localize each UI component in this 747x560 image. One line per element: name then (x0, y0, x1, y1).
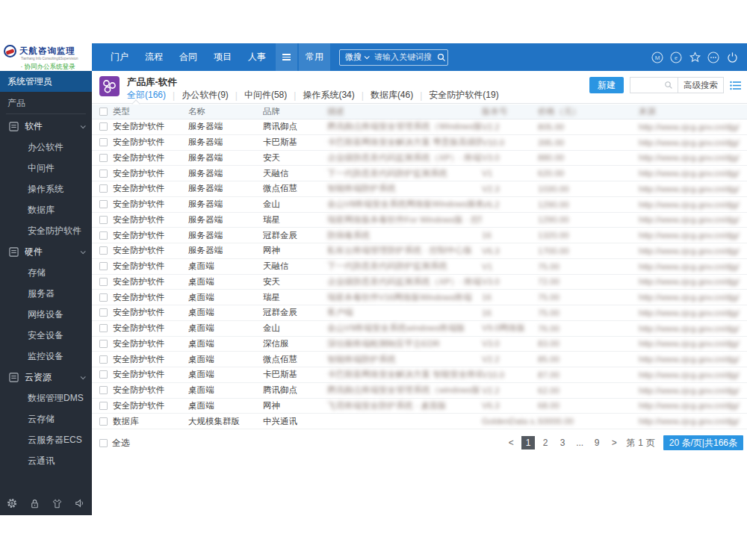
row-checkbox[interactable] (99, 154, 108, 162)
search-input[interactable]: 请输入关键词搜 (371, 52, 436, 63)
table-row[interactable]: 安全防护软件服务器端瑞星瑞星网络版杀毒软件For Windows版 · 控制中心… (92, 213, 747, 228)
more-circle-icon[interactable] (707, 52, 719, 63)
gear-icon[interactable] (6, 497, 18, 509)
page-button-2[interactable]: 2 (539, 436, 552, 449)
table-row[interactable]: 安全防护软件桌面端冠群金辰客户端1675.00http://www.zjcg.g… (92, 305, 747, 321)
row-checkbox[interactable] (99, 386, 108, 394)
nav-frequent-button[interactable]: 常用 (299, 43, 330, 71)
tab-操作系统(34)[interactable]: 操作系统(34) (303, 89, 354, 102)
sidebar-item-监控设备[interactable]: 监控设备 (0, 346, 92, 367)
sidebar-item-云通讯[interactable]: 云通讯 (0, 450, 92, 471)
tab-安全防护软件(19)[interactable]: 安全防护软件(19) (429, 89, 498, 102)
sidebar-group-硬件[interactable]: 硬件 (0, 241, 92, 262)
row-checkbox[interactable] (99, 308, 108, 317)
table-row[interactable]: 安全防护软件桌面端天融信下一代防恶意代码防护监测系统V175.00http://… (92, 259, 747, 275)
row-checkbox[interactable] (99, 246, 108, 255)
tab-办公软件(9)[interactable]: 办公软件(9) (182, 89, 229, 102)
table-row[interactable]: 安全防护软件桌面端卡巴斯基卡巴斯基网络安全解决方案 智能安全终端 KES - K… (92, 367, 747, 383)
page-button-9[interactable]: 9 (590, 436, 604, 449)
table-row[interactable]: 安全防护软件桌面端瑞星瑞星杀毒软件V16网络版Windows终端1675.00h… (92, 290, 747, 305)
table-row[interactable]: 安全防护软件服务器端腾讯御点腾讯御点终端安全管理系统（Windows版）V2.2… (92, 119, 747, 135)
speaker-icon[interactable] (74, 497, 86, 509)
row-checkbox[interactable] (99, 122, 108, 131)
table-row[interactable]: 安全防护软件桌面端金山金山V9终端安全系统windows终端版V9.0网络版76… (92, 321, 747, 337)
list-view-icon[interactable] (730, 81, 741, 90)
search-icon[interactable] (436, 52, 447, 63)
sidebar-item-数据管理DMS[interactable]: 数据管理DMS (0, 388, 92, 408)
nav-item-合同[interactable]: 合同 (171, 43, 205, 71)
select-all[interactable]: 全选 (92, 437, 130, 449)
lock-icon[interactable] (29, 498, 40, 509)
prev-page-button[interactable]: < (504, 436, 518, 449)
row-checkbox[interactable] (99, 262, 108, 270)
page-button-3[interactable]: 3 (556, 436, 569, 449)
table-row[interactable]: 安全防护软件服务器端微点佰慧智能终端防护系统V2.31030.00http://… (92, 181, 747, 197)
power-icon[interactable] (726, 52, 738, 63)
row-checkbox[interactable] (99, 278, 108, 286)
row-checkbox[interactable] (99, 169, 108, 178)
row-checkbox[interactable] (99, 340, 108, 348)
table-row[interactable]: 安全防护软件服务器端安天企业级防恶意代码监测系统（XP）· 终端防护控制V3.0… (92, 151, 747, 167)
sidebar-item-云服务器ECS[interactable]: 云服务器ECS (0, 429, 92, 450)
table-row[interactable]: 安全防护软件桌面端腾讯御点腾讯御点终端安全管理系统（windows版）· V2.… (92, 383, 747, 399)
next-page-button[interactable]: > (607, 436, 621, 449)
current-page-value[interactable]: 1 (638, 438, 643, 448)
sidebar-section-product[interactable]: 产品 (0, 92, 92, 112)
sidebar-item-安全设备[interactable]: 安全设备 (0, 325, 92, 346)
row-checkbox[interactable] (99, 184, 108, 193)
nav-menu-button[interactable] (276, 43, 297, 71)
table-row[interactable]: 安全防护软件桌面端安天企业级防恶意代码监测系统（XP）· 终端防护控制V3.07… (92, 275, 747, 290)
row-checkbox[interactable] (99, 355, 108, 364)
table-search-input[interactable] (630, 77, 664, 93)
sidebar-item-服务器[interactable]: 服务器 (0, 283, 92, 304)
new-button[interactable]: 新建 (589, 77, 624, 93)
search-scope-dropdown[interactable]: 微搜 (340, 52, 371, 63)
table-row[interactable]: 安全防护软件服务器端冠群金辰防病毒系统161320.00http://www.z… (92, 228, 747, 243)
table-row[interactable]: 安全防护软件服务器端网神私有云终端管理防护系统 · 控制中心版V6.31700.… (92, 243, 747, 259)
sidebar-group-云资源[interactable]: 云资源 (0, 367, 92, 388)
sidebar-item-操作系统[interactable]: 操作系统 (0, 178, 92, 199)
page-button-1[interactable]: 1 (521, 436, 535, 449)
m-circle-icon[interactable]: M (651, 52, 663, 63)
row-checkbox[interactable] (99, 324, 108, 332)
global-search[interactable]: 微搜 请输入关键词搜 (339, 49, 448, 66)
header-checkbox[interactable] (99, 108, 108, 116)
theme-shirt-icon[interactable] (52, 498, 63, 509)
table-row[interactable]: 安全防护软件服务器端金山金山V8终端安全系统网络版Windows服务器版V6.2… (92, 197, 747, 213)
tab-中间件(58)[interactable]: 中间件(58) (244, 89, 287, 102)
table-row[interactable]: 安全防护软件桌面端微点佰慧智能终端防护系统V2.285.00http://www… (92, 352, 747, 367)
nav-item-流程[interactable]: 流程 (137, 43, 171, 71)
sidebar-group-软件[interactable]: 软件 (0, 116, 92, 137)
page-size-info-button[interactable]: 20 条/页|共166条 (663, 435, 743, 450)
advanced-search-button[interactable]: 高级搜索 (678, 77, 724, 93)
sidebar-item-办公软件[interactable]: 办公软件 (0, 137, 92, 158)
table-row[interactable]: 安全防护软件桌面端网神飞塔终端安全防护系统 · 桌面版V6.368.00http… (92, 399, 747, 414)
row-checkbox[interactable] (99, 200, 108, 208)
sidebar-item-安全防护软件[interactable]: 安全防护软件 (0, 220, 92, 241)
tab-数据库(46)[interactable]: 数据库(46) (371, 89, 413, 102)
table-search-icon[interactable] (664, 77, 678, 93)
row-checkbox[interactable] (99, 417, 108, 426)
row-checkbox[interactable] (99, 216, 108, 224)
nav-item-项目[interactable]: 项目 (205, 43, 240, 71)
nav-item-人事[interactable]: 人事 (240, 43, 274, 71)
row-checkbox[interactable] (99, 402, 108, 410)
table-row[interactable]: 数据库大规模集群版中兴通讯GoldenData s...50000.00http… (92, 414, 747, 429)
tab-全部(166)[interactable]: 全部(166) (127, 89, 166, 102)
select-all-checkbox[interactable] (99, 439, 108, 447)
sidebar-item-存储[interactable]: 存储 (0, 262, 92, 283)
table-row[interactable]: 安全防护软件服务器端卡巴斯基卡巴斯基网络安全解决方案 尊贵版高级防护 KES 授… (92, 135, 747, 151)
page-button-...[interactable]: ... (573, 436, 586, 449)
star-icon[interactable] (689, 52, 701, 63)
table-row[interactable]: 安全防护软件服务器端天融信下一代防恶意代码防护监测系统V1620.00http:… (92, 166, 747, 181)
sidebar-item-数据库[interactable]: 数据库 (0, 199, 92, 220)
sidebar-role-badge[interactable]: 系统管理员 (0, 71, 92, 92)
sidebar-item-云存储[interactable]: 云存储 (0, 408, 92, 429)
message-circle-icon[interactable]: e (670, 52, 682, 63)
row-checkbox[interactable] (99, 138, 108, 146)
row-checkbox[interactable] (99, 231, 108, 240)
row-checkbox[interactable] (99, 293, 108, 302)
sidebar-item-中间件[interactable]: 中间件 (0, 158, 92, 178)
sidebar-item-网络设备[interactable]: 网络设备 (0, 304, 92, 325)
table-row[interactable]: 安全防护软件桌面端深信服深信服终端检测响应平台EDRV3.083.00http:… (92, 337, 747, 352)
